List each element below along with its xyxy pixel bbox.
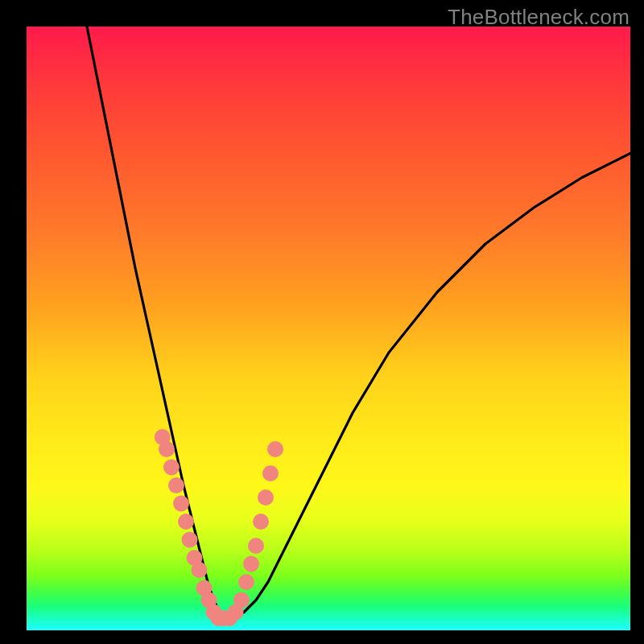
scatter-dot xyxy=(206,605,222,621)
scatter-dot xyxy=(192,562,208,578)
scatter-dot xyxy=(243,556,259,572)
scatter-dot xyxy=(187,550,203,566)
scatter-dot xyxy=(178,514,194,530)
scatter-dot xyxy=(238,574,254,590)
scatter-dot xyxy=(248,538,264,554)
scatter-dot xyxy=(233,592,250,609)
scatter-dot xyxy=(262,465,279,481)
scatter-dot xyxy=(168,477,184,493)
scatter-dot xyxy=(267,441,283,457)
scatter-dot xyxy=(221,610,237,626)
scatter-dot xyxy=(182,532,198,548)
scatter-dot xyxy=(155,429,171,445)
scatter-dot xyxy=(258,489,274,506)
scatter-dot xyxy=(228,605,244,621)
scatter-dot xyxy=(196,580,213,597)
scatter-dot xyxy=(211,610,227,626)
scatter-dot xyxy=(253,514,269,530)
scatter-dot xyxy=(173,496,189,512)
scatter-dot xyxy=(159,441,175,457)
scatter-dot xyxy=(163,460,180,476)
scatter-dot xyxy=(216,610,232,626)
curve-svg xyxy=(27,27,630,630)
chart-stage: TheBottleneck.com xyxy=(0,0,644,644)
bottleneck-curve xyxy=(87,27,630,618)
plot-area xyxy=(27,27,630,630)
watermark-text: TheBottleneck.com xyxy=(448,5,630,30)
scatter-dot xyxy=(201,592,217,609)
scatter-dots xyxy=(155,429,283,626)
